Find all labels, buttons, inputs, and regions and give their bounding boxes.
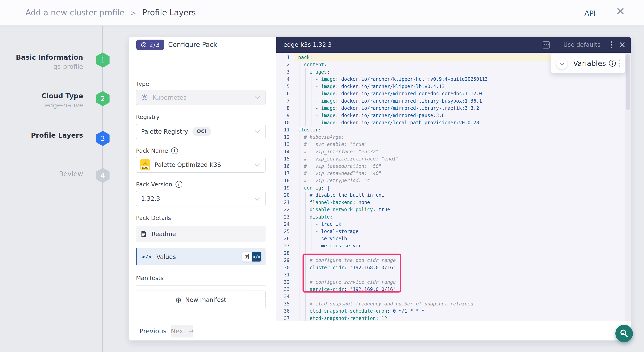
kubernetes-wheel-icon	[140, 42, 147, 48]
info-icon[interactable]: i	[171, 147, 178, 154]
code-line[interactable]: 37 etcd-snapshot-retention: 12	[276, 315, 631, 321]
close-wizard-icon[interactable]: ×	[616, 5, 625, 16]
code-editor-toggle-button[interactable]: </>	[252, 252, 262, 261]
type-value: Kubernetes	[153, 94, 186, 101]
step-hexagon-2[interactable]: 2	[96, 91, 110, 106]
values-tab-label: Values	[156, 253, 176, 260]
previous-button[interactable]: Previous	[140, 321, 166, 340]
pack-name-select[interactable]: K3S Palette Optimized K3S	[136, 157, 266, 173]
code-icon: </>	[142, 254, 152, 260]
step-label-cloud-type[interactable]: Cloud Type	[42, 92, 83, 100]
code-line[interactable]: 5 - image: docker.io/rancher/klipper-lb:…	[276, 83, 631, 90]
page-title: Configure Pack	[168, 37, 217, 53]
help-icon[interactable]: ?	[609, 60, 616, 67]
variables-expand-button[interactable]	[556, 58, 568, 69]
code-line[interactable]: 4 - image: docker.io/rancher/klipper-hel…	[276, 76, 631, 83]
code-line[interactable]: 13 # svc_enable: "true"	[276, 141, 631, 148]
breadcrumb-parent[interactable]: Add a new cluster profile	[26, 8, 124, 17]
code-line[interactable]: 20 # disable the built in cni	[276, 192, 631, 199]
code-line[interactable]: 29 # configure the pod cidr range	[276, 257, 631, 264]
breadcrumb-current: Profile Layers	[142, 8, 196, 17]
chevron-down-icon	[255, 128, 260, 133]
search-fab-button[interactable]	[616, 325, 633, 342]
step-sublabel-basic-information: gs-profile	[53, 63, 83, 70]
code-line[interactable]: 25 - local-storage	[276, 228, 631, 235]
editor-scrollbar[interactable]	[625, 53, 631, 321]
step-title: Review	[59, 170, 83, 178]
pack-version-value: 1.32.3	[141, 195, 160, 202]
step-hexagon-4[interactable]: 4	[96, 168, 110, 183]
code-line[interactable]: 16 # vip_leaseduration: "50"	[276, 163, 631, 170]
step-label-review[interactable]: Review	[59, 170, 83, 178]
step-hexagon-1[interactable]: 1	[96, 53, 110, 68]
document-icon	[141, 230, 147, 237]
code-line[interactable]: 28	[276, 250, 631, 257]
info-icon[interactable]: i	[176, 181, 182, 188]
code-line[interactable]: 22 disable-network-policy: true	[276, 206, 631, 213]
pack-details-readme-tab[interactable]: Readme	[136, 226, 266, 242]
wizard-footer: Previous Next →	[129, 321, 631, 340]
code-line[interactable]: 12 # kubevipArgs:	[276, 134, 631, 141]
code-line[interactable]: 9 - image: docker.io/rancher/mirrored-pa…	[276, 112, 631, 119]
step-title: Profile Layers	[31, 131, 83, 139]
editor-menu-icon[interactable]	[611, 41, 612, 48]
code-lines[interactable]: 1pack:2 content:3 images:4 - image: dock…	[276, 53, 631, 321]
step-title: Cloud Type	[42, 92, 83, 100]
actions-divider	[129, 318, 276, 319]
split-view-icon[interactable]	[543, 41, 550, 49]
step-hexagon-3[interactable]: 3	[96, 131, 110, 146]
scrollbar-thumb[interactable]	[626, 54, 630, 110]
code-line[interactable]: 19 config: |	[276, 184, 631, 192]
search-icon	[619, 328, 629, 339]
code-line[interactable]: 36 etcd-snapshot-schedule-cron: 0 */1 * …	[276, 307, 631, 315]
code-line[interactable]: 24 - traefik	[276, 221, 631, 228]
new-manifest-button[interactable]: ⊕ New manifest	[136, 290, 266, 309]
code-line[interactable]: 15 # vip_servicesinterface: "eno1"	[276, 155, 631, 162]
code-line[interactable]: 27 - metrics-server	[276, 242, 631, 249]
editor-header: edge-k3s 1.32.3 Use defaults ×	[276, 37, 631, 53]
api-button[interactable]: API	[584, 9, 596, 17]
code-line[interactable]: 7 - image: docker.io/rancher/mirrored-li…	[276, 98, 631, 105]
code-line[interactable]: 8 - image: docker.io/rancher/mirrored-li…	[276, 105, 631, 112]
registry-label: Registry	[136, 114, 160, 120]
code-line[interactable]: 10 - image: docker.io/rancher/local-path…	[276, 119, 631, 126]
pack-details-values-tab[interactable]: </> Values </>	[136, 248, 266, 265]
kubernetes-wheel-icon	[141, 94, 148, 101]
type-label: Type	[136, 81, 149, 87]
code-line[interactable]: 21 flannel-backend: none	[276, 199, 631, 206]
variables-title: Variables	[573, 54, 606, 73]
variables-menu-icon[interactable]	[618, 60, 620, 67]
code-line[interactable]: 26 - servicelb	[276, 235, 631, 242]
code-line[interactable]: 32 # configure service cidr range	[276, 279, 631, 286]
code-line[interactable]: 35 # etcd snapshot frequency and number …	[276, 300, 631, 307]
code-line[interactable]: 33 service-cidr: "192.169.0.0/16"	[276, 286, 631, 293]
step-label-profile-layers[interactable]: Profile Layers	[31, 131, 83, 139]
code-line[interactable]: 14 # vip_interface: "ens32"	[276, 148, 631, 155]
step-label-basic-information[interactable]: Basic Information	[16, 53, 83, 61]
variables-panel: Variables ?	[551, 54, 625, 73]
code-line[interactable]: 31	[276, 271, 631, 278]
code-line[interactable]: 18 # vip_retryperiod: "4"	[276, 177, 631, 184]
registry-value: Palette Registry	[141, 128, 188, 135]
code-line[interactable]: 23 disable:	[276, 213, 631, 221]
code-line[interactable]: 11cluster:	[276, 126, 631, 133]
chevron-down-icon	[560, 60, 564, 65]
next-button[interactable]: Next →	[171, 325, 193, 337]
code-line[interactable]: 34	[276, 293, 631, 300]
pack-details-label: Pack Details	[136, 215, 171, 221]
yaml-editor[interactable]: 1pack:2 content:3 images:4 - image: dock…	[276, 53, 631, 321]
pack-name-value: Palette Optimized K3S	[155, 161, 221, 168]
use-defaults-button[interactable]: Use defaults	[563, 37, 600, 53]
pack-form: Type Kubernetes Registry Palette Registr…	[129, 53, 276, 321]
registry-select[interactable]: Palette Registry OCI	[136, 124, 266, 139]
type-select[interactable]: Kubernetes	[136, 90, 266, 105]
plus-circle-icon: ⊕	[175, 296, 182, 304]
header-divider	[608, 8, 608, 17]
code-line[interactable]: 6 - image: docker.io/rancher/mirrored-co…	[276, 90, 631, 97]
code-line[interactable]: 30 cluster-cidr: "192.168.0.0/16"	[276, 264, 631, 271]
edit-values-button[interactable]	[242, 252, 252, 261]
pack-version-select[interactable]: 1.32.3	[136, 191, 266, 206]
new-manifest-label: New manifest	[185, 296, 226, 303]
code-line[interactable]: 17 # vip_renewdeadline: "40"	[276, 170, 631, 177]
editor-close-icon[interactable]: ×	[618, 39, 626, 50]
